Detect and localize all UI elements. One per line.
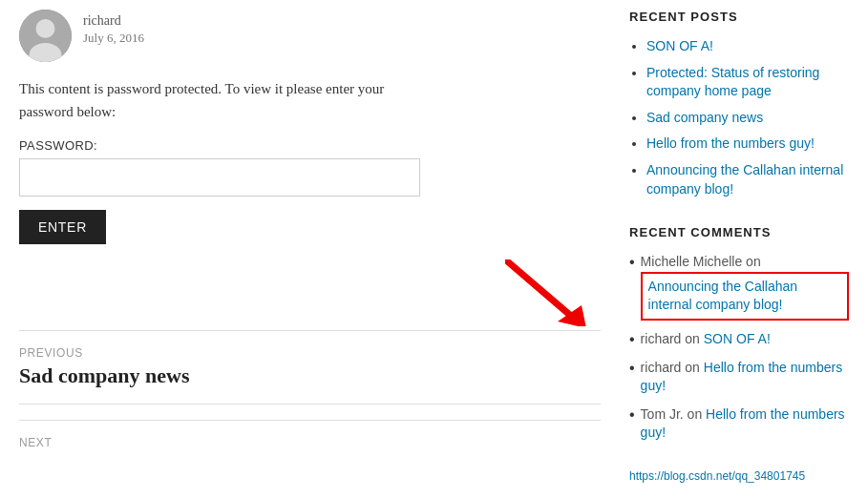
password-label: PASSWORD: bbox=[19, 138, 601, 153]
navigation-posts: Previous Sad company news bbox=[19, 330, 601, 405]
sidebar: RECENT POSTS SON OF A! Protected: Status… bbox=[629, 10, 849, 483]
red-arrow-icon bbox=[505, 259, 591, 330]
comment-item-1: • Michelle Michelle on Announcing the Ca… bbox=[629, 253, 849, 321]
svg-line-3 bbox=[505, 259, 572, 317]
author-name: richard bbox=[83, 13, 144, 29]
password-section: This content is password protected. To v… bbox=[19, 77, 601, 244]
bottom-url: https://blog.csdn.net/qq_34801745 bbox=[629, 469, 849, 483]
comment-link-2[interactable]: SON OF A! bbox=[704, 331, 771, 346]
avatar bbox=[19, 10, 72, 62]
previous-post-link[interactable]: Sad company news bbox=[19, 363, 601, 388]
protected-text: This content is password protected. To v… bbox=[19, 77, 430, 123]
enter-button[interactable]: ENTER bbox=[19, 210, 106, 244]
list-item: Announcing the Callahan internal company… bbox=[646, 161, 849, 198]
comment-author-2: richard on bbox=[641, 331, 704, 346]
bullet-icon: • bbox=[629, 359, 635, 377]
comment-item-4: • Tom Jr. on Hello from the numbers guy! bbox=[629, 405, 849, 443]
list-item: Sad company news bbox=[646, 109, 849, 128]
post-date: July 6, 2016 bbox=[83, 31, 144, 46]
post-link-1[interactable]: SON OF A! bbox=[646, 38, 713, 53]
next-label: Next bbox=[19, 436, 601, 449]
post-link-4[interactable]: Hello from the numbers guy! bbox=[646, 135, 815, 151]
post-link-2[interactable]: Protected: Status of restoring company h… bbox=[646, 65, 819, 99]
next-nav: Next bbox=[19, 420, 601, 449]
author-section: richard July 6, 2016 bbox=[19, 10, 601, 62]
recent-comments-title: RECENT COMMENTS bbox=[629, 225, 849, 239]
previous-label: Previous bbox=[19, 346, 601, 360]
list-item: Protected: Status of restoring company h… bbox=[646, 64, 849, 101]
bullet-icon: • bbox=[629, 253, 635, 271]
author-info: richard July 6, 2016 bbox=[83, 10, 144, 46]
svg-point-1 bbox=[36, 19, 55, 38]
recent-posts-list: SON OF A! Protected: Status of restoring… bbox=[629, 37, 849, 198]
bullet-icon: • bbox=[629, 330, 635, 348]
comment-highlight-box: Announcing the Callahan internal company… bbox=[641, 272, 849, 321]
comment-author-3: richard on bbox=[641, 360, 704, 375]
post-link-3[interactable]: Sad company news bbox=[646, 110, 763, 125]
recent-comments-section: RECENT COMMENTS • Michelle Michelle on A… bbox=[629, 225, 849, 443]
bullet-icon: • bbox=[629, 405, 635, 424]
password-input[interactable] bbox=[19, 158, 420, 197]
comment-item-2: • richard on SON OF A! bbox=[629, 330, 849, 349]
post-link-5[interactable]: Announcing the Callahan internal company… bbox=[646, 162, 843, 197]
comment-link-1[interactable]: Announcing the Callahan internal company… bbox=[648, 279, 797, 313]
main-content: richard July 6, 2016 This content is pas… bbox=[19, 10, 601, 483]
comment-item-3: • richard on Hello from the numbers guy! bbox=[629, 359, 849, 396]
recent-posts-section: RECENT POSTS SON OF A! Protected: Status… bbox=[629, 10, 849, 198]
recent-posts-title: RECENT POSTS bbox=[629, 10, 849, 24]
arrow-area bbox=[19, 254, 601, 330]
list-item: Hello from the numbers guy! bbox=[646, 135, 849, 154]
comment-author-1: Michelle Michelle on bbox=[641, 254, 761, 269]
list-item: SON OF A! bbox=[646, 37, 849, 56]
comment-author-4: Tom Jr. on bbox=[641, 406, 706, 422]
